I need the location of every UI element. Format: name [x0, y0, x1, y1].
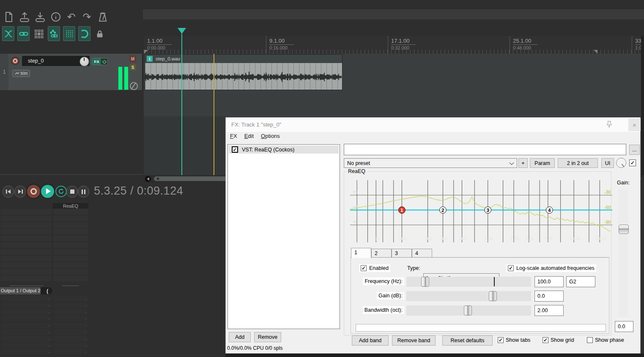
go-to-start-button[interactable] [3, 186, 14, 198]
band-tab-4[interactable]: 4 [412, 249, 432, 257]
repeat-button[interactable] [55, 186, 67, 197]
track-fx-button[interactable]: FX [92, 58, 108, 65]
dock-row: . [53, 322, 88, 328]
band-gain-slider-thumb[interactable] [489, 291, 497, 301]
fx-window-menubar[interactable]: FXEditOptions [230, 133, 280, 139]
phase-invert-button[interactable] [130, 82, 138, 90]
log-scale-control[interactable]: Log-scale automated frequencies [506, 264, 596, 272]
show-tabs-control[interactable]: Show tabs [498, 337, 530, 343]
play-button[interactable] [41, 185, 54, 198]
scroll-left-button[interactable] [145, 176, 151, 182]
waveform [145, 63, 342, 90]
track-number[interactable]: 1 [0, 54, 8, 90]
eq-frequency-graph[interactable]: 501002003005001.0k2.0k3.0k5.0k10.0k20.0k… [350, 180, 612, 242]
envelope-points-move-button[interactable] [48, 26, 60, 41]
band-enabled-checkbox[interactable] [361, 265, 367, 271]
menu-options[interactable]: Options [261, 133, 280, 139]
trim-envelope-button[interactable]: trim [12, 70, 30, 77]
preset-dropdown[interactable]: No preset [344, 158, 517, 168]
bandwidth-value-input[interactable]: 2.00 [534, 305, 564, 316]
master-gain-slider[interactable] [618, 189, 628, 316]
fx-more-button[interactable]: ... [629, 145, 640, 155]
fx-enable-section[interactable] [101, 58, 107, 65]
save-preset-button[interactable]: + [518, 158, 528, 168]
transport-time-display[interactable]: 5.3.25 / 0:09.124 [94, 184, 183, 198]
dock-row [0, 209, 52, 214]
solo-button[interactable]: S [129, 64, 136, 71]
show-grid-checkbox[interactable] [543, 337, 548, 343]
bandwidth-slider-thumb[interactable] [464, 305, 472, 316]
fx-window-titlebar[interactable] [226, 118, 640, 132]
add-band-button[interactable]: Add band [352, 335, 389, 346]
record-arm-button[interactable] [11, 57, 19, 65]
frequency-slider[interactable] [406, 277, 531, 287]
item-grouping-button[interactable] [17, 26, 30, 41]
fx-window-close-button[interactable] [628, 118, 641, 131]
play-cursor-handle[interactable] [178, 28, 186, 34]
plugin-enabled-checkbox[interactable] [232, 146, 238, 153]
fx-comment-field[interactable] [344, 144, 626, 155]
snap-to-grid-button[interactable] [63, 26, 75, 41]
item-edit-grid-button[interactable] [33, 26, 45, 41]
show-phase-checkbox[interactable] [587, 337, 593, 343]
dock-row [0, 269, 52, 275]
track-volume-knob[interactable] [79, 57, 89, 66]
bandwidth-slider[interactable] [406, 305, 531, 316]
pause-button[interactable] [78, 186, 89, 198]
frequency-slider-thumb[interactable] [421, 277, 429, 287]
show-tabs-checkbox[interactable] [498, 337, 504, 343]
media-item-header[interactable]: step_0.wav [145, 55, 342, 63]
save-project-button[interactable] [34, 9, 46, 24]
io-routing-button[interactable]: 2 in 2 out [558, 158, 598, 168]
pin-window-button[interactable] [606, 121, 613, 129]
band-tab-1[interactable]: 1 [351, 248, 371, 258]
menu-fx[interactable]: FX [230, 133, 237, 139]
band-gain-slider[interactable] [406, 291, 531, 301]
media-item[interactable]: step_0.wav [145, 54, 343, 90]
metronome-button[interactable] [96, 9, 109, 24]
fx-chain-item[interactable]: VST: ReaEQ (Cockos) [229, 146, 339, 154]
ripple-edit-button[interactable] [78, 26, 90, 41]
show-phase-control[interactable]: Show phase [587, 337, 624, 343]
new-project-button[interactable] [3, 9, 15, 24]
frequency-note-input[interactable]: G2 [566, 276, 595, 287]
dock-fx-header[interactable]: ReaEQ [53, 203, 88, 209]
record-button[interactable] [27, 185, 40, 198]
param-button[interactable]: Param [530, 158, 555, 168]
auto-crossfade-button[interactable] [2, 26, 14, 41]
stop-button[interactable] [66, 186, 78, 198]
band-tab-3[interactable]: 3 [392, 249, 412, 257]
dock-divider-right [62, 286, 79, 286]
svg-text:-90: -90 [604, 220, 611, 225]
fx-chain-list[interactable]: VST: ReaEQ (Cockos) [227, 144, 340, 329]
media-item-waveform-area[interactable] [145, 63, 342, 90]
band-tab-2[interactable]: 2 [371, 249, 392, 257]
redo-button[interactable]: ↷ [81, 9, 93, 24]
band-gain-value-input[interactable]: 0.0 [534, 291, 564, 302]
ui-toggle-button[interactable]: UI [601, 158, 614, 168]
band-enabled-control[interactable]: Enabled [359, 264, 390, 272]
log-scale-checkbox[interactable] [508, 265, 514, 271]
remove-band-button[interactable]: Remove band [392, 335, 436, 346]
remove-fx-button[interactable]: Remove [254, 332, 281, 342]
frequency-value-input[interactable]: 100.0 [534, 276, 564, 287]
wet-dry-knob[interactable] [616, 158, 626, 168]
add-fx-button[interactable]: Add [229, 332, 251, 342]
master-gain-value-input[interactable]: 0.0 [615, 321, 633, 332]
go-to-end-button[interactable] [14, 186, 26, 198]
trim-button-label: trim [21, 71, 28, 76]
master-gain-slider-thumb[interactable] [619, 225, 629, 234]
mute-button[interactable]: M [129, 55, 136, 62]
show-grid-control[interactable]: Show grid [543, 337, 574, 343]
undo-button[interactable]: ↶ [65, 9, 77, 24]
open-project-button[interactable] [18, 9, 30, 24]
fx-chain-window[interactable]: FX: Track 1 "step_0" FXEditOptions VST: … [225, 117, 641, 354]
item-edit-grid-icon [34, 29, 44, 38]
arrange-vertical-scrollbar[interactable] [641, 36, 644, 175]
project-info-button[interactable] [49, 9, 62, 24]
fx-wet-enabled-checkbox[interactable] [629, 159, 636, 166]
menu-edit[interactable]: Edit [244, 133, 254, 139]
track-output-routing-button[interactable]: Output 1 / Output 2 ( [0, 287, 52, 294]
reset-defaults-button[interactable]: Reset defaults [442, 335, 493, 346]
lock-button[interactable] [93, 26, 106, 41]
